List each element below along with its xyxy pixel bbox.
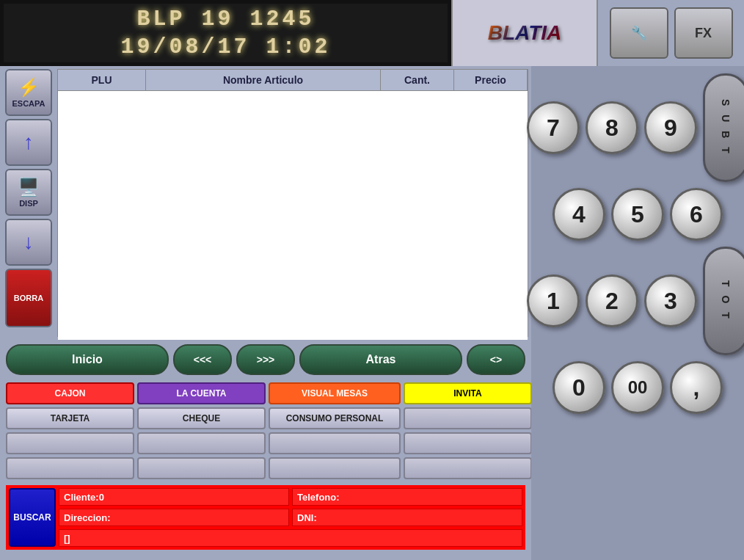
num-3[interactable]: 3 — [644, 274, 697, 327]
empty-btn-4 — [269, 432, 401, 454]
num-8[interactable]: 8 — [586, 101, 638, 154]
logo-area: BLATIA — [451, 0, 598, 66]
borra-button[interactable]: BORRA — [5, 269, 52, 327]
num-1[interactable]: 1 — [527, 274, 580, 327]
scroll-down-button[interactable]: ↓ — [5, 219, 52, 266]
numpad: 7 8 9 S U B T 4 5 6 1 2 3 T O T 0 00 — [531, 66, 744, 560]
customer-info: BUSCAR Cliente:0 Telefono: Direccion: DN… — [6, 485, 525, 550]
numpad-row-4: 0 00 , — [552, 361, 723, 414]
escapa-button[interactable]: ⚡ ESCAPA — [5, 69, 52, 116]
invita-button[interactable]: INVITA — [404, 382, 532, 404]
display-line2: 19/08/17 1:02 — [120, 34, 330, 59]
cheque-button[interactable]: CHEQUE — [137, 407, 266, 429]
numpad-grid-mid: 4 5 6 — [552, 188, 723, 241]
cliente-field: Cliente:0 — [59, 488, 289, 506]
nav-bar: Inicio <<< >>> Atras <> — [0, 340, 531, 379]
la-cuenta-button[interactable]: LA CUENTA — [137, 382, 266, 404]
back-button[interactable]: <<< — [173, 344, 232, 375]
action-row-1: CAJON LA CUENTA VISUAL MESAS INVITA — [6, 382, 525, 404]
tot-button[interactable]: T O T — [703, 247, 744, 355]
tarjeta-button[interactable]: TARJETA — [6, 407, 134, 429]
numpad-row-3: 1 2 3 T O T — [527, 247, 744, 355]
inicio-button[interactable]: Inicio — [6, 344, 169, 375]
atras-button[interactable]: Atras — [299, 344, 462, 375]
telefono-field: Telefono: — [292, 488, 522, 506]
empty-btn-5 — [404, 432, 532, 454]
num-9[interactable]: 9 — [644, 101, 697, 154]
empty-btn-6 — [6, 457, 134, 479]
empty-btn-7 — [137, 457, 266, 479]
col-precio: Precio — [454, 70, 528, 90]
numpad-grid-top: 7 8 9 — [527, 101, 697, 154]
action-row-4 — [6, 457, 525, 479]
col-plu: PLU — [58, 70, 146, 90]
subt-button[interactable]: S U B T — [703, 73, 744, 182]
scroll-up-button[interactable]: ↑ — [5, 119, 52, 166]
top-buttons: 🔧 FX — [598, 0, 744, 66]
buscar-button[interactable]: BUSCAR — [9, 488, 56, 547]
col-cant: Cant. — [381, 70, 454, 90]
col-nombre: Nombre Articulo — [146, 70, 381, 90]
dni-field: DNI: — [292, 509, 522, 526]
consumo-personal-button[interactable]: CONSUMO PERSONAL — [269, 407, 401, 429]
numpad-row-2: 4 5 6 — [552, 188, 723, 241]
num-00[interactable]: 00 — [611, 361, 664, 414]
num-comma[interactable]: , — [670, 361, 723, 414]
visual-mesas-button[interactable]: VISUAL MESAS — [269, 382, 401, 404]
num-6[interactable]: 6 — [670, 188, 723, 241]
left-sidebar: ⚡ ESCAPA ↑ 🖥️ DISP ↓ BORRA — [0, 66, 57, 340]
empty-btn-2 — [6, 432, 134, 454]
empty-btn-3 — [137, 432, 266, 454]
disp-button[interactable]: 🖥️ DISP — [5, 169, 52, 216]
direccion-field: Direccion: — [59, 509, 289, 526]
empty-btn-8 — [269, 457, 401, 479]
table-body — [58, 91, 528, 341]
action-grid: CAJON LA CUENTA VISUAL MESAS INVITA TARJ… — [0, 379, 531, 482]
num-0[interactable]: 0 — [552, 361, 605, 414]
num-4[interactable]: 4 — [552, 188, 605, 241]
diamond-button[interactable]: <> — [467, 344, 525, 375]
logo-text: BLATIA — [488, 21, 562, 45]
content-table: PLU Nombre Articulo Cant. Precio — [57, 69, 528, 337]
num-2[interactable]: 2 — [586, 274, 638, 327]
table-header: PLU Nombre Articulo Cant. Precio — [58, 70, 528, 91]
forward-button[interactable]: >>> — [236, 344, 295, 375]
action-row-2: TARJETA CHEQUE CONSUMO PERSONAL — [6, 407, 525, 429]
num-5[interactable]: 5 — [611, 188, 664, 241]
display-line1: BLP 19 1245 — [136, 7, 314, 32]
bracket-field: [] — [59, 529, 522, 547]
fx-button[interactable]: FX — [674, 7, 733, 59]
numpad-grid-low: 1 2 3 — [527, 274, 697, 327]
empty-btn-1 — [404, 407, 532, 429]
numpad-grid-bot: 0 00 , — [552, 361, 723, 414]
customer-top-row: BUSCAR Cliente:0 Telefono: Direccion: DN… — [9, 488, 522, 547]
display-screen: BLP 19 1245 19/08/17 1:02 — [0, 0, 451, 66]
empty-btn-9 — [404, 457, 532, 479]
action-row-3 — [6, 432, 525, 454]
settings-button[interactable]: 🔧 — [610, 7, 668, 59]
num-7[interactable]: 7 — [527, 101, 580, 154]
cajon-button[interactable]: CAJON — [6, 382, 134, 404]
numpad-row-1: 7 8 9 S U B T — [527, 73, 744, 182]
